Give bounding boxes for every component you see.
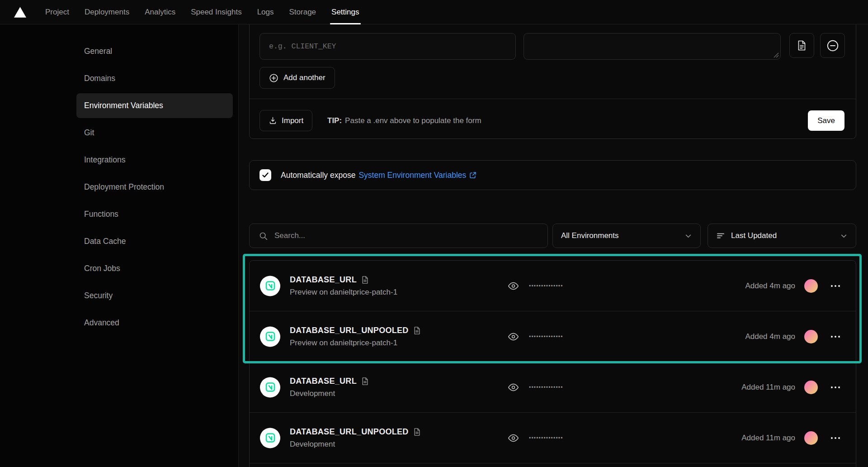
env-var-row[interactable]: DATABASE_URL Preview on danieltprice-pat… [250, 261, 856, 311]
row-menu-icon [838, 437, 840, 439]
nav-tab-speed-insights[interactable]: Speed Insights [183, 0, 249, 24]
copy-doc-icon[interactable] [413, 428, 421, 436]
system-env-card: Automatically expose System Environment … [249, 160, 856, 190]
env-var-row[interactable]: DATABASE_URL_UNPOOLED Development ••••••… [250, 413, 856, 463]
system-env-link-label: System Environment Variables [359, 171, 466, 180]
row-menu-icon [831, 285, 833, 287]
env-var-name-block: DATABASE_URL_UNPOOLED Preview on danielt… [290, 326, 421, 348]
row-menu-icon [835, 386, 836, 388]
env-var-target: Development [290, 440, 421, 449]
sidebar-item-deployment-protection[interactable]: Deployment Protection [76, 175, 233, 200]
add-another-button[interactable]: Add another [259, 67, 335, 89]
sort-select[interactable]: Last Updated [708, 224, 856, 248]
search-box [249, 224, 548, 248]
sort-icon [716, 231, 725, 240]
sidebar-item-integrations[interactable]: Integrations [76, 148, 233, 172]
copy-doc-icon[interactable] [413, 326, 421, 335]
env-var-meta: Added 11m ago [741, 431, 842, 445]
row-menu-icon [835, 336, 836, 338]
paste-file-button[interactable] [789, 33, 814, 58]
sidebar-item-functions[interactable]: Functions [76, 202, 233, 227]
sidebar-item-advanced[interactable]: Advanced [76, 310, 233, 335]
masked-value: •••••••••••••• [529, 283, 563, 289]
sidebar-item-cron-jobs[interactable]: Cron Jobs [76, 256, 233, 281]
settings-sidebar: General Domains Environment Variables Gi… [0, 24, 238, 467]
row-menu-icon [838, 336, 840, 338]
nav-tab-analytics[interactable]: Analytics [137, 0, 183, 24]
eye-icon[interactable] [507, 280, 519, 292]
env-var-form-card: Add another Import TIP: Paste a .env abo… [249, 24, 856, 139]
env-var-row[interactable]: DATABASE_URL_UNPOOLED Preview on danielt… [250, 311, 856, 362]
nav-tab-deployments[interactable]: Deployments [77, 0, 137, 24]
plus-circle-icon [269, 73, 278, 83]
environment-filter-value: All Environments [561, 231, 619, 240]
sidebar-item-general[interactable]: General [76, 39, 233, 64]
env-var-table: DATABASE_URL Preview on danieltprice-pat… [249, 260, 856, 467]
row-menu-icon [831, 386, 833, 388]
row-menu-icon [835, 285, 836, 287]
sidebar-item-security[interactable]: Security [76, 283, 233, 308]
env-var-meta: Added 4m ago [745, 330, 842, 343]
sidebar-item-environment-variables[interactable]: Environment Variables [76, 93, 233, 118]
env-var-name-block: DATABASE_URL Development [290, 376, 369, 398]
import-label: Import [282, 116, 303, 125]
row-menu-button[interactable] [829, 280, 842, 292]
masked-value: •••••••••••••• [529, 435, 563, 441]
tip-text: TIP: Paste a .env above to populate the … [327, 110, 481, 131]
row-menu-icon [835, 437, 836, 439]
import-button[interactable]: Import [259, 110, 312, 131]
row-menu-button[interactable] [829, 432, 842, 444]
env-var-name-block: DATABASE_URL_UNPOOLED Development [290, 427, 421, 449]
environment-filter-select[interactable]: All Environments [552, 224, 701, 248]
env-var-target: Preview on danieltprice-patch-1 [290, 338, 421, 348]
nav-tab-logs[interactable]: Logs [250, 0, 282, 24]
remove-row-button[interactable] [820, 33, 845, 58]
chevron-down-icon [840, 232, 848, 240]
search-input[interactable] [274, 224, 547, 248]
external-link-icon [469, 171, 477, 179]
eye-icon[interactable] [507, 381, 519, 393]
added-time: Added 11m ago [741, 383, 795, 392]
env-var-meta: Added 11m ago [741, 381, 842, 394]
sidebar-item-domains[interactable]: Domains [76, 66, 233, 91]
auto-expose-checkbox[interactable] [259, 169, 271, 181]
tip-body: Paste a .env above to populate the form [345, 116, 481, 125]
copy-doc-icon[interactable] [361, 276, 369, 284]
save-button[interactable]: Save [808, 110, 844, 131]
sidebar-item-git[interactable]: Git [76, 120, 233, 145]
tip-label: TIP: [327, 116, 342, 125]
check-icon [262, 172, 269, 178]
env-value-input[interactable] [524, 33, 781, 60]
system-env-variables-link[interactable]: System Environment Variables [359, 171, 477, 180]
nav-tab-storage[interactable]: Storage [282, 0, 324, 24]
row-menu-icon [838, 285, 840, 287]
nav-tab-project[interactable]: Project [38, 0, 77, 24]
env-var-value-block: •••••••••••••• [507, 381, 563, 393]
minus-circle-icon [826, 39, 840, 52]
env-value-field [524, 33, 781, 60]
row-menu-button[interactable] [829, 381, 842, 394]
neon-logo-icon [260, 326, 280, 347]
add-another-label: Add another [283, 73, 326, 82]
env-var-row[interactable]: DATABASE_URL Development •••••••••••••• [250, 362, 856, 413]
nav-tabs: Project Deployments Analytics Speed Insi… [38, 0, 367, 24]
sidebar-item-data-cache[interactable]: Data Cache [76, 229, 233, 254]
added-time: Added 11m ago [741, 434, 795, 443]
env-var-value-block: •••••••••••••• [507, 280, 563, 292]
env-var-name: DATABASE_URL [290, 275, 357, 285]
eye-icon[interactable] [507, 330, 519, 343]
env-var-target: Development [290, 389, 369, 398]
row-menu-icon [831, 437, 833, 439]
vercel-logo-icon[interactable] [14, 7, 28, 18]
nav-tab-settings[interactable]: Settings [324, 0, 367, 24]
env-var-name: DATABASE_URL_UNPOOLED [290, 326, 409, 335]
row-menu-button[interactable] [829, 330, 842, 343]
env-key-input[interactable] [259, 33, 516, 60]
top-nav: Project Deployments Analytics Speed Insi… [0, 0, 868, 24]
eye-icon[interactable] [507, 432, 519, 444]
env-var-value-block: •••••••••••••• [507, 330, 563, 343]
masked-value: •••••••••••••• [529, 384, 563, 391]
copy-doc-icon[interactable] [361, 377, 369, 386]
download-icon [269, 116, 277, 125]
neon-logo-icon [260, 428, 280, 448]
